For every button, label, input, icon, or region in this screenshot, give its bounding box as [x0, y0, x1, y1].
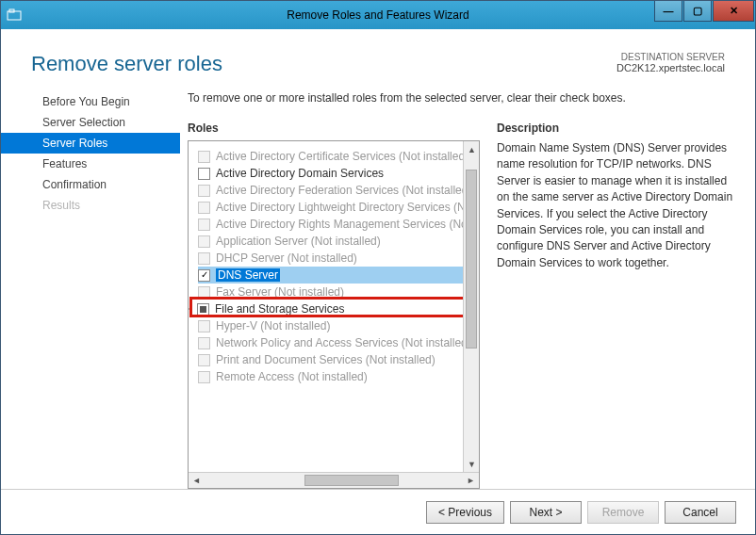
minimize-button[interactable]: —: [654, 1, 682, 22]
checkbox: [198, 286, 210, 299]
page-title: Remove server roles: [31, 52, 222, 76]
role-label: Active Directory Lightweight Directory S…: [216, 201, 479, 214]
role-item-10: Hyper-V (Not installed): [198, 317, 475, 334]
role-label: Application Server (Not installed): [216, 235, 381, 248]
expand-icon[interactable]: [189, 305, 189, 313]
destination-label: DESTINATION SERVER: [616, 52, 725, 62]
header: Remove server roles DESTINATION SERVER D…: [1, 29, 755, 84]
wizard-step-2[interactable]: Server Roles: [1, 133, 180, 154]
role-item-5: Application Server (Not installed): [198, 233, 475, 250]
cancel-button[interactable]: Cancel: [665, 501, 736, 524]
role-item-13: Remote Access (Not installed): [198, 368, 475, 385]
checkbox[interactable]: [198, 168, 210, 180]
role-item-2: Active Directory Federation Services (No…: [198, 182, 475, 199]
remove-button[interactable]: Remove: [587, 501, 659, 524]
roles-listbox[interactable]: Active Directory Certificate Services (N…: [188, 140, 480, 489]
title-bar: Remove Roles and Features Wizard — ▢ ✕: [1, 1, 755, 29]
role-label: Fax Server (Not installed): [216, 285, 344, 299]
role-label: DNS Server: [216, 268, 280, 282]
scroll-left-icon[interactable]: ◄: [189, 473, 205, 489]
checkbox[interactable]: [198, 269, 210, 282]
destination-block: DESTINATION SERVER DC2K12.xpertstec.loca…: [616, 52, 725, 73]
window-title: Remove Roles and Features Wizard: [0, 8, 756, 22]
description-label: Description: [497, 122, 736, 135]
role-item-11: Network Policy and Access Services (Not …: [198, 334, 475, 351]
scroll-right-icon[interactable]: ►: [463, 473, 479, 489]
role-item-1[interactable]: Active Directory Domain Services: [198, 165, 475, 182]
role-item-8: Fax Server (Not installed): [198, 284, 475, 300]
instruction-text: To remove one or more installed roles fr…: [188, 91, 736, 105]
role-label: Active Directory Federation Services (No…: [216, 184, 471, 197]
vertical-scrollbar[interactable]: ▲ ▼: [463, 141, 479, 472]
button-bar: < Previous Next > Remove Cancel: [1, 489, 755, 534]
role-label: Active Directory Certificate Services (N…: [216, 150, 468, 163]
wizard-step-3[interactable]: Features: [1, 154, 180, 174]
next-button[interactable]: Next >: [510, 501, 582, 524]
checkbox: [198, 337, 210, 349]
role-item-12: Print and Document Services (Not install…: [198, 351, 475, 368]
checkbox: [198, 185, 210, 197]
app-icon: [7, 8, 22, 23]
checkbox: [198, 354, 210, 366]
checkbox: [198, 202, 210, 214]
checkbox[interactable]: [197, 303, 209, 316]
role-item-3: Active Directory Lightweight Directory S…: [198, 199, 475, 216]
maximize-button[interactable]: ▢: [683, 1, 712, 22]
description-text: Domain Name System (DNS) Server provides…: [497, 140, 736, 271]
wizard-step-4[interactable]: Confirmation: [1, 174, 180, 195]
previous-button[interactable]: < Previous: [426, 501, 504, 524]
horizontal-scrollbar[interactable]: ◄ ►: [189, 472, 479, 488]
checkbox: [198, 219, 210, 231]
main-panel: To remove one or more installed roles fr…: [180, 84, 755, 489]
role-item-7[interactable]: DNS Server: [198, 267, 475, 284]
checkbox: [198, 371, 210, 383]
role-item-6: DHCP Server (Not installed): [198, 250, 475, 267]
role-label: Print and Document Services (Not install…: [216, 353, 436, 366]
role-label: Active Directory Rights Management Servi…: [216, 218, 479, 231]
wizard-steps: Before You BeginServer SelectionServer R…: [1, 84, 180, 489]
destination-server: DC2K12.xpertstec.local: [616, 62, 725, 73]
role-label: File and Storage Services: [215, 302, 344, 316]
role-label: Network Policy and Access Services (Not …: [216, 336, 471, 349]
checkbox: [198, 151, 210, 163]
scroll-down-icon[interactable]: ▼: [464, 456, 480, 472]
close-button[interactable]: ✕: [713, 1, 754, 22]
role-label: Active Directory Domain Services: [216, 167, 384, 180]
checkbox: [198, 320, 210, 332]
role-item-4: Active Directory Rights Management Servi…: [198, 216, 475, 233]
role-item-0: Active Directory Certificate Services (N…: [198, 148, 475, 165]
wizard-step-0[interactable]: Before You Begin: [1, 91, 180, 112]
wizard-step-5: Results: [1, 195, 180, 216]
roles-label: Roles: [188, 122, 480, 135]
wizard-step-1[interactable]: Server Selection: [1, 112, 180, 133]
body: Before You BeginServer SelectionServer R…: [1, 84, 755, 489]
role-label: Remote Access (Not installed): [216, 370, 368, 383]
scroll-thumb-h[interactable]: [304, 475, 399, 486]
scroll-thumb[interactable]: [466, 170, 477, 349]
role-item-9[interactable]: File and Storage Services: [198, 300, 475, 317]
role-label: Hyper-V (Not installed): [216, 319, 330, 332]
description-column: Description Domain Name System (DNS) Ser…: [497, 122, 736, 489]
wizard-window: Remove Roles and Features Wizard — ▢ ✕ R…: [0, 0, 756, 535]
scroll-up-icon[interactable]: ▲: [464, 141, 480, 157]
checkbox: [198, 235, 210, 248]
checkbox: [198, 252, 210, 265]
role-label: DHCP Server (Not installed): [216, 251, 357, 265]
roles-column: Roles Active Directory Certificate Servi…: [188, 122, 480, 489]
